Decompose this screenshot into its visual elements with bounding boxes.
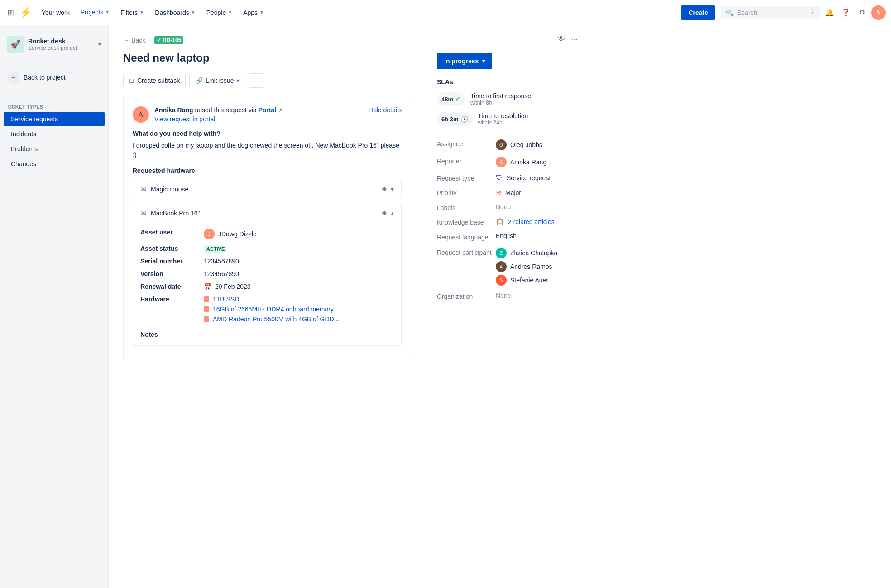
notifications-button[interactable]: 🔔	[822, 5, 837, 20]
notes-label: Notes	[140, 331, 394, 338]
nav-projects[interactable]: Projects ▼	[76, 6, 114, 19]
hw-link-3[interactable]: AMD Radeon Pro 5500M with 4GB of GDD...	[213, 316, 339, 323]
unlink-icon-2[interactable]: ✱	[382, 210, 387, 217]
sla-time-1: 48m ✓	[437, 92, 465, 106]
reporter-name: Annika Rang	[510, 158, 546, 166]
main-content: ← Back · ✓ RD-105 Need new laptop ⊡ Crea…	[109, 25, 426, 588]
reporter-row: Reporter A Annika Rang	[437, 157, 578, 167]
requester-avatar: A	[133, 106, 149, 123]
hide-details-button[interactable]: Hide details	[369, 106, 402, 114]
asset-user-name: JDawg Dizzle	[218, 230, 257, 238]
assignee-label: Assignee	[437, 139, 496, 148]
request-header: A Annika Rang raised this request via Po…	[133, 106, 402, 123]
watch-button[interactable]: 👁	[557, 34, 565, 44]
asset-user-label: Asset user	[140, 229, 204, 236]
serial-number-row: Serial number 1234567890	[140, 258, 394, 265]
top-nav: ⊞ ⚡ Your work Projects ▼ Filters ▼ Dashb…	[0, 0, 891, 25]
participant-3: S Stefanie Auer	[496, 275, 578, 286]
nav-your-work[interactable]: Your work	[37, 6, 74, 19]
filters-chevron-icon: ▼	[139, 10, 144, 15]
content-area: ← Back · ✓ RD-105 Need new laptop ⊡ Crea…	[109, 25, 891, 588]
sidebar-item-problems[interactable]: Problems	[4, 142, 105, 156]
asset-user-row: Asset user J JDawg Dizzle	[140, 229, 394, 239]
people-chevron-icon: ▼	[228, 10, 232, 15]
status-button[interactable]: In progress ▾	[437, 53, 492, 69]
nav-filters[interactable]: Filters ▼	[116, 6, 148, 19]
asset-name-magic-mouse: Magic mouse	[151, 186, 188, 193]
breadcrumb-divider: ·	[149, 37, 151, 44]
breadcrumb-ticket[interactable]: ✓ RD-105	[154, 36, 183, 44]
requester-info: A Annika Rang raised this request via Po…	[133, 106, 283, 123]
nav-people[interactable]: People ▼	[202, 6, 237, 19]
hardware-label: Hardware	[140, 296, 204, 303]
search-bar[interactable]: 🔍 Search /	[721, 6, 820, 19]
asset-envelope-icon-2: ✉	[140, 209, 146, 217]
version-label: Version	[140, 270, 204, 277]
sidebar-item-service-requests[interactable]: Service requests	[4, 112, 105, 126]
nav-dashboards[interactable]: Dashboards ▼	[150, 6, 200, 19]
sidebar: 🚀 Rocket desk Service desk project ▾ ← B…	[0, 25, 109, 588]
more-options-button[interactable]: ···	[571, 34, 578, 44]
participant-label: Request participant	[437, 248, 496, 257]
sla-label-2: Time to resolution	[478, 112, 528, 120]
asset-details: Asset user J JDawg Dizzle Asset status A…	[133, 223, 401, 345]
asset-header-magic-mouse[interactable]: ✉ Magic mouse ✱ ▾	[133, 179, 401, 199]
link-chevron-icon: ▾	[236, 77, 240, 84]
sidebar-item-changes[interactable]: Changes	[4, 157, 105, 171]
issue-title: Need new laptop	[123, 52, 411, 64]
asset-envelope-icon: ✉	[140, 185, 146, 193]
settings-button[interactable]: ⚙	[855, 5, 869, 20]
asset-status-label: Asset status	[140, 245, 204, 252]
back-to-project-button[interactable]: ← Back to project	[0, 67, 108, 87]
asset-header-macbook[interactable]: ✉ MacBook Pro 16" ✱ ▴	[133, 203, 401, 223]
renewal-date-label: Renewal date	[140, 283, 204, 290]
more-actions-button[interactable]: ···	[249, 73, 263, 88]
create-subtask-button[interactable]: ⊡ Create subtask	[123, 74, 186, 87]
action-bar: ⊡ Create subtask 🔗 Link issue ▾ ···	[123, 73, 411, 88]
kb-row: Knowledge base 📋 2 related articles	[437, 218, 578, 226]
participant-avatar-1: Z	[496, 248, 507, 258]
sla-check-icon: ✓	[455, 96, 460, 103]
expand-icon[interactable]: ▾	[391, 186, 394, 193]
external-link-icon: ↗	[278, 107, 283, 114]
req-lang-value: English	[496, 232, 578, 239]
create-button[interactable]: Create	[681, 5, 715, 20]
right-panel-header: 👁 ···	[437, 34, 578, 44]
hw-link-1[interactable]: 1TB SSD	[213, 296, 239, 303]
calendar-icon: 📅	[204, 283, 211, 290]
nav-apps[interactable]: Apps ▼	[239, 6, 268, 19]
kb-value[interactable]: 2 related articles	[508, 218, 555, 225]
link-issue-button[interactable]: 🔗 Link issue ▾	[189, 74, 245, 87]
back-button[interactable]: ← Back	[123, 37, 145, 44]
priority-name: Major	[505, 189, 521, 196]
sla-divider	[437, 133, 578, 133]
participant-avatar-2: A	[496, 261, 507, 272]
hw-section-title: Requested hardware	[133, 167, 402, 174]
hardware-row: Hardware 1TB SSD 16GB of 2666MHz DDR4 on…	[140, 296, 394, 325]
hw-link-2[interactable]: 16GB of 2666MHz DDR4 onboard memory	[213, 306, 334, 313]
jira-logo[interactable]: ⚡	[19, 7, 32, 19]
projects-chevron-icon: ▼	[105, 10, 110, 14]
org-value: None	[496, 292, 578, 299]
version-value: 1234567890	[204, 270, 394, 277]
view-portal-link[interactable]: View request in portal	[154, 115, 283, 123]
grid-icon[interactable]: ⊞	[5, 6, 16, 19]
search-placeholder: Search	[737, 9, 806, 16]
service-request-icon: 🛡	[496, 174, 503, 182]
sidebar-project[interactable]: 🚀 Rocket desk Service desk project ▾	[0, 33, 108, 56]
user-avatar[interactable]: A	[871, 5, 886, 20]
sidebar-item-incidents[interactable]: Incidents	[4, 127, 105, 141]
sla-row-1: 48m ✓ Time to first response within 8h	[437, 92, 578, 106]
slas-title: SLAs	[437, 78, 578, 86]
back-arrow-icon: ←	[123, 37, 129, 44]
sla-row-2: 6h 3m 🕐 Time to resolution within 24h	[437, 112, 578, 126]
portal-link[interactable]: Portal	[259, 106, 277, 114]
unlink-icon[interactable]: ✱	[382, 186, 387, 193]
req-lang-row: Request language English	[437, 232, 578, 241]
asset-status-row: Asset status ACTIVE	[140, 245, 394, 252]
help-text: I dropped coffe on my laptop and the dog…	[133, 141, 402, 160]
collapse-icon[interactable]: ▴	[391, 210, 394, 217]
asset-name-macbook: MacBook Pro 16"	[151, 210, 200, 217]
labels-label: Labels	[437, 203, 496, 211]
help-button[interactable]: ❓	[838, 5, 853, 20]
